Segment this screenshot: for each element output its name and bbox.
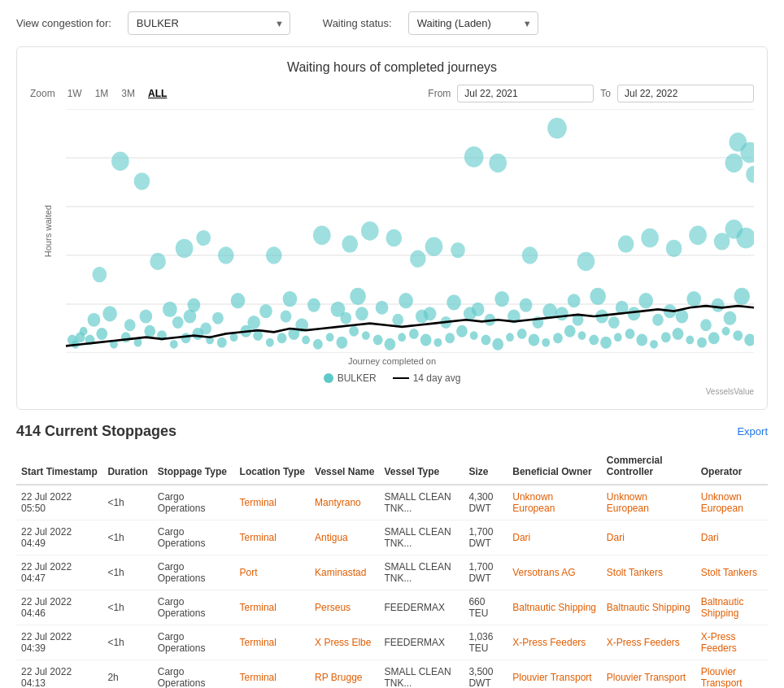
- svg-point-154: [700, 319, 712, 331]
- zoom-label: Zoom: [30, 88, 55, 99]
- cell-vessel-name[interactable]: X Press Elbe: [310, 625, 379, 660]
- table-row: 22 Jul 2022 04:47 <1h Cargo Operations P…: [16, 555, 768, 590]
- col-size: Size: [464, 448, 507, 485]
- svg-point-72: [163, 302, 177, 317]
- svg-point-96: [734, 288, 750, 305]
- svg-point-43: [456, 325, 468, 337]
- svg-point-28: [277, 333, 287, 343]
- svg-point-119: [134, 172, 150, 189]
- cell-beneficial-owner[interactable]: X-Press Feeders: [507, 625, 602, 660]
- col-vessel-name: Vessel Name: [310, 448, 379, 485]
- col-commercial-controller: CommercialController: [602, 448, 696, 485]
- cell-duration: 2h: [102, 660, 152, 689]
- zoom-1w-button[interactable]: 1W: [63, 86, 86, 101]
- cell-size: 1,700 DWT: [464, 520, 507, 555]
- cell-location-type: Port: [235, 555, 310, 590]
- svg-point-20: [181, 333, 191, 343]
- svg-point-126: [730, 133, 747, 152]
- cell-beneficial-owner[interactable]: Baltnautic Shipping: [507, 590, 602, 625]
- svg-point-94: [686, 291, 701, 307]
- svg-point-80: [350, 288, 366, 305]
- cell-commercial-controller[interactable]: Stolt Tankers: [602, 555, 696, 590]
- cell-operator[interactable]: X-Press Feeders: [696, 625, 768, 660]
- svg-point-33: [336, 337, 347, 349]
- col-timestamp: Start Timestamp: [16, 448, 102, 485]
- svg-point-42: [445, 333, 455, 343]
- cell-commercial-controller[interactable]: Plouvier Transport: [602, 660, 696, 689]
- vessel-type-select[interactable]: BULKER: [128, 11, 290, 35]
- cell-duration: <1h: [102, 485, 152, 520]
- waiting-status-select[interactable]: Waiting (Laden): [408, 11, 538, 35]
- cell-beneficial-owner[interactable]: Versotrans AG: [507, 555, 602, 590]
- vessel-type-selector[interactable]: BULKER ▼: [128, 11, 290, 35]
- svg-point-99: [176, 239, 194, 259]
- cell-timestamp: 22 Jul 2022 04:39: [16, 625, 102, 660]
- cell-vessel-name[interactable]: Mantyrano: [310, 485, 379, 520]
- svg-point-15: [121, 332, 131, 342]
- svg-point-64: [708, 332, 720, 344]
- zoom-1m-button[interactable]: 1M: [91, 86, 113, 101]
- waiting-label: Waiting status:: [323, 17, 392, 29]
- svg-point-81: [376, 301, 389, 315]
- chart-plot-area: 0 250 500 750 1000 1250: [66, 109, 754, 353]
- svg-point-60: [661, 332, 671, 342]
- table-header-row: 414 Current Stoppages Export: [16, 423, 768, 440]
- cell-beneficial-owner[interactable]: Plouvier Transport: [507, 660, 602, 689]
- svg-point-150: [608, 316, 620, 329]
- cell-timestamp: 22 Jul 2022 04:46: [16, 590, 102, 625]
- waiting-status-selector[interactable]: Waiting (Laden) ▼: [408, 11, 538, 35]
- col-beneficial-owner: Beneficial Owner: [507, 448, 602, 485]
- cell-vessel-name[interactable]: Perseus: [310, 590, 379, 625]
- svg-point-44: [470, 331, 478, 340]
- col-duration: Duration: [102, 448, 152, 485]
- cell-operator[interactable]: Baltnautic Shipping: [696, 590, 768, 625]
- svg-point-87: [520, 298, 533, 312]
- cell-commercial-controller[interactable]: Dari: [602, 520, 696, 555]
- col-vessel-type: Vessel Type: [379, 448, 464, 485]
- svg-point-37: [385, 338, 396, 351]
- cell-vessel-name[interactable]: Kaminastad: [310, 555, 379, 590]
- svg-point-39: [409, 329, 419, 339]
- zoom-all-button[interactable]: ALL: [144, 86, 171, 101]
- zoom-3m-button[interactable]: 3M: [117, 86, 139, 101]
- to-date-input[interactable]: [617, 85, 754, 102]
- cell-commercial-controller[interactable]: Baltnautic Shipping: [602, 590, 696, 625]
- cell-stoppage-type: Cargo Operations: [153, 520, 235, 555]
- svg-point-131: [68, 335, 77, 346]
- cell-operator[interactable]: Dari: [696, 520, 768, 555]
- export-button[interactable]: Export: [737, 425, 768, 438]
- cell-vessel-name[interactable]: Antigua: [310, 520, 379, 555]
- cell-operator[interactable]: Unknown European: [696, 485, 768, 520]
- cell-commercial-controller[interactable]: Unknown European: [602, 485, 696, 520]
- zoom-controls: Zoom 1W 1M 3M ALL: [30, 86, 171, 101]
- cell-vessel-type: SMALL CLEAN TNK...: [379, 520, 464, 555]
- cell-commercial-controller[interactable]: X-Press Feeders: [602, 625, 696, 660]
- cell-duration: <1h: [102, 555, 152, 590]
- svg-point-48: [517, 329, 527, 339]
- from-date-input[interactable]: [457, 85, 594, 102]
- cell-beneficial-owner[interactable]: Dari: [507, 520, 602, 555]
- svg-point-46: [492, 338, 503, 351]
- cell-vessel-type: SMALL CLEAN TNK...: [379, 485, 464, 520]
- cell-vessel-type: FEEDERMAX: [379, 625, 464, 660]
- cell-timestamp: 22 Jul 2022 04:47: [16, 555, 102, 590]
- bulker-legend-item: BULKER: [324, 372, 377, 384]
- table-header-tr: Start Timestamp Duration Stoppage Type L…: [16, 448, 768, 485]
- svg-point-77: [283, 291, 298, 307]
- svg-point-118: [725, 220, 743, 239]
- svg-point-136: [281, 311, 292, 323]
- cell-vessel-type: SMALL CLEAN TNK...: [379, 660, 464, 689]
- cell-beneficial-owner[interactable]: Unknown European: [507, 485, 602, 520]
- y-axis-area: Hours waited: [30, 109, 66, 353]
- svg-point-141: [416, 309, 429, 323]
- svg-point-132: [172, 316, 184, 329]
- svg-point-90: [590, 288, 606, 305]
- cell-operator[interactable]: Plouvier Transport: [696, 660, 768, 689]
- cell-vessel-name[interactable]: RP Brugge: [310, 660, 379, 689]
- cell-operator[interactable]: Stolt Tankers: [696, 555, 768, 590]
- svg-point-68: [88, 313, 101, 327]
- svg-point-75: [231, 293, 246, 308]
- svg-point-102: [266, 246, 282, 263]
- svg-point-26: [253, 330, 263, 341]
- svg-point-114: [666, 240, 682, 257]
